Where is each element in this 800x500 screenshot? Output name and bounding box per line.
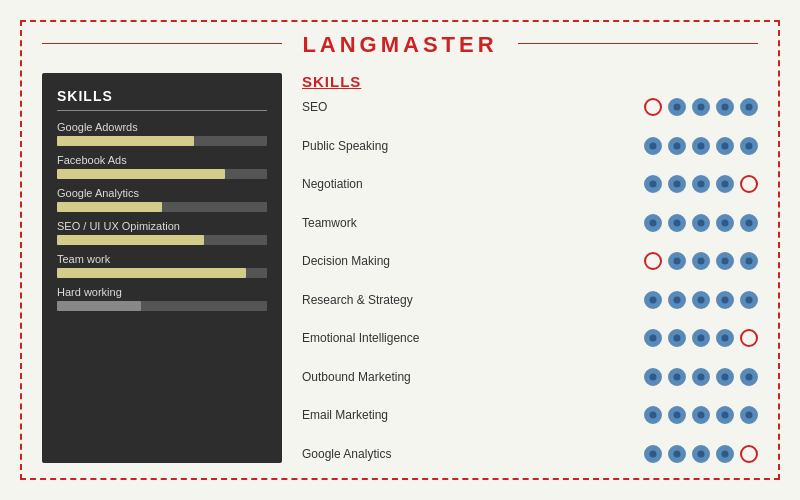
- header: LANGMASTER: [22, 22, 778, 63]
- left-skill-item: Facebook Ads: [57, 154, 267, 179]
- skill-label: Research & Strategy: [302, 293, 644, 307]
- skill-dot: [716, 368, 734, 386]
- skill-dot: [644, 175, 662, 193]
- left-skill-item: Hard working: [57, 286, 267, 311]
- skill-dot: [644, 291, 662, 309]
- dots-container: [644, 445, 758, 463]
- left-panel: SKILLS Google AdowrdsFacebook AdsGoogle …: [42, 73, 282, 463]
- skill-name: Facebook Ads: [57, 154, 267, 166]
- skill-name: Google Analytics: [57, 187, 267, 199]
- skill-dot: [740, 368, 758, 386]
- skill-dot: [716, 291, 734, 309]
- skill-dot: [740, 214, 758, 232]
- skill-dot: [668, 98, 686, 116]
- skill-name: Hard working: [57, 286, 267, 298]
- skill-dot: [668, 214, 686, 232]
- skill-bar-bg: [57, 235, 267, 245]
- left-skill-item: Google Analytics: [57, 187, 267, 212]
- skill-bar-fill: [57, 202, 162, 212]
- dots-container: [644, 175, 758, 193]
- skill-dot: [692, 252, 710, 270]
- app-title: LANGMASTER: [282, 32, 517, 58]
- dots-container: [644, 406, 758, 424]
- skill-dot: [716, 445, 734, 463]
- skill-label: Decision Making: [302, 254, 644, 268]
- skill-row: Outbound Marketing: [302, 368, 758, 386]
- skill-label: SEO: [302, 100, 644, 114]
- skill-dot: [692, 291, 710, 309]
- skill-dot: [644, 445, 662, 463]
- skill-row: Email Marketing: [302, 406, 758, 424]
- skill-dot: [740, 406, 758, 424]
- left-skill-item: SEO / UI UX Opimization: [57, 220, 267, 245]
- skill-dot: [740, 252, 758, 270]
- skill-label: Google Analytics: [302, 447, 644, 461]
- skill-row: Public Speaking: [302, 137, 758, 155]
- skill-dot: [692, 368, 710, 386]
- skill-dot: [740, 137, 758, 155]
- skill-bar-bg: [57, 136, 267, 146]
- skill-dot: [668, 329, 686, 347]
- skill-name: Team work: [57, 253, 267, 265]
- skill-bar-fill: [57, 301, 141, 311]
- skill-row: Google Analytics: [302, 445, 758, 463]
- left-panel-title: SKILLS: [57, 88, 267, 111]
- skill-bar-fill: [57, 235, 204, 245]
- page-wrapper: LANGMASTER SKILLS Google AdowrdsFacebook…: [0, 0, 800, 500]
- skill-name: Google Adowrds: [57, 121, 267, 133]
- skill-label: Teamwork: [302, 216, 644, 230]
- left-skill-item: Team work: [57, 253, 267, 278]
- skill-dot: [668, 368, 686, 386]
- skill-dot: [668, 291, 686, 309]
- skill-dot: [668, 137, 686, 155]
- skill-dot: [644, 368, 662, 386]
- skill-dot: [716, 406, 734, 424]
- skill-dot: [716, 137, 734, 155]
- skill-dot: [716, 252, 734, 270]
- skill-dot: [692, 98, 710, 116]
- skill-bar-bg: [57, 268, 267, 278]
- dots-container: [644, 252, 758, 270]
- skill-dot: [644, 98, 662, 116]
- content-area: SKILLS Google AdowrdsFacebook AdsGoogle …: [22, 63, 778, 478]
- skill-dot: [740, 445, 758, 463]
- left-skill-item: Google Adowrds: [57, 121, 267, 146]
- dots-container: [644, 368, 758, 386]
- skill-row: Teamwork: [302, 214, 758, 232]
- skill-dot: [668, 252, 686, 270]
- skills-table: SEOPublic SpeakingNegotiationTeamworkDec…: [302, 98, 758, 463]
- skill-dot: [716, 329, 734, 347]
- skill-dot: [740, 291, 758, 309]
- dots-container: [644, 98, 758, 116]
- skill-name: SEO / UI UX Opimization: [57, 220, 267, 232]
- skill-dot: [740, 329, 758, 347]
- dots-container: [644, 329, 758, 347]
- skill-label: Outbound Marketing: [302, 370, 644, 384]
- skill-bar-bg: [57, 169, 267, 179]
- skill-dot: [668, 175, 686, 193]
- skill-label: Email Marketing: [302, 408, 644, 422]
- right-panel-title: SKILLS: [302, 73, 758, 90]
- skill-bar-fill: [57, 136, 194, 146]
- skill-dot: [668, 445, 686, 463]
- skill-dot: [692, 137, 710, 155]
- skill-dot: [716, 98, 734, 116]
- dots-container: [644, 214, 758, 232]
- dots-container: [644, 291, 758, 309]
- skill-row: Decision Making: [302, 252, 758, 270]
- skill-dot: [692, 214, 710, 232]
- skill-dot: [692, 175, 710, 193]
- skill-bar-bg: [57, 202, 267, 212]
- skill-dot: [644, 252, 662, 270]
- skill-bar-fill: [57, 268, 246, 278]
- skill-dot: [668, 406, 686, 424]
- skill-row: SEO: [302, 98, 758, 116]
- skill-dot: [692, 406, 710, 424]
- skill-dot: [692, 445, 710, 463]
- skill-dot: [716, 175, 734, 193]
- skill-row: Research & Strategy: [302, 291, 758, 309]
- skill-row: Negotiation: [302, 175, 758, 193]
- skill-bar-bg: [57, 301, 267, 311]
- dots-container: [644, 137, 758, 155]
- skill-dot: [644, 137, 662, 155]
